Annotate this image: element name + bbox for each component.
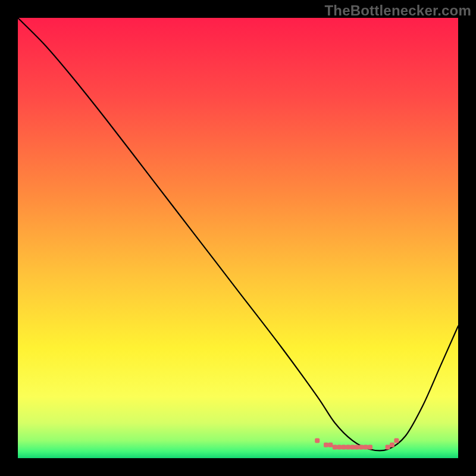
optimal-marker <box>355 445 359 450</box>
optimal-marker <box>394 438 399 443</box>
curve-layer <box>18 18 458 458</box>
optimal-marker <box>324 443 328 447</box>
optimal-marker <box>390 443 394 447</box>
watermark-text: TheBottlenecker.com <box>324 2 471 19</box>
optimal-marker <box>364 445 368 450</box>
bottleneck-curve <box>18 18 458 450</box>
optimal-marker <box>359 445 364 450</box>
optimal-marker <box>342 445 346 450</box>
optimal-marker <box>337 445 342 450</box>
plot-area <box>18 18 458 458</box>
optimal-marker <box>386 445 390 450</box>
optimal-marker <box>346 445 350 450</box>
optimal-marker <box>315 438 320 443</box>
optimal-marker <box>333 445 337 450</box>
optimal-marker <box>328 443 333 447</box>
optimal-marker <box>368 445 372 450</box>
chart-frame: TheBottlenecker.com <box>0 0 476 476</box>
optimal-marker <box>350 445 355 450</box>
